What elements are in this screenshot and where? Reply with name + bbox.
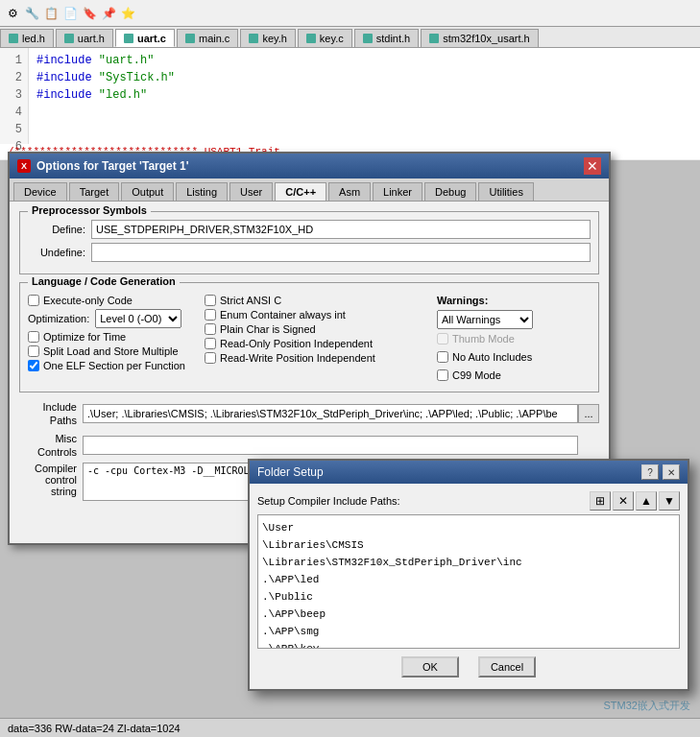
opt-time-label: Optimize for Time <box>43 331 126 343</box>
pin-icon[interactable]: 📌 <box>100 5 117 22</box>
tab-key-h[interactable]: key.h <box>240 29 295 47</box>
tab-key-c[interactable]: key.c <box>298 29 352 47</box>
execute-only-check[interactable] <box>28 295 39 306</box>
misc-input[interactable] <box>83 436 578 455</box>
folder-list[interactable]: \User \Libraries\CMSIS \Libraries\STM32F… <box>257 514 680 649</box>
no-auto-row: No Auto Includes <box>437 351 591 363</box>
settings-icon[interactable]: ⚙ <box>4 5 21 22</box>
folder-item-beep[interactable]: .\APP\beep <box>262 606 675 623</box>
folder-item-user[interactable]: \User <box>262 519 675 536</box>
code-content[interactable]: #include "uart.h" #include "SysTick.h" #… <box>29 48 700 144</box>
warnings-select[interactable]: All Warnings No Warnings Unspecified <box>437 310 533 329</box>
tab-target[interactable]: Target <box>69 182 120 201</box>
code-line-6 <box>36 138 692 144</box>
options-titlebar: X Options for Target 'Target 1' ✕ <box>10 154 609 178</box>
one-elf-row: One ELF Section per Function <box>28 360 201 371</box>
strict-ansi-check[interactable] <box>205 295 216 306</box>
folder-down-icon[interactable]: ▼ <box>659 491 680 511</box>
opt-time-check[interactable] <box>28 331 39 343</box>
tab-stdint-h[interactable]: stdint.h <box>354 29 419 47</box>
plain-char-check[interactable] <box>205 323 216 335</box>
warnings-col: Warnings: All Warnings No Warnings Unspe… <box>437 295 591 384</box>
toolbar: ⚙ 🔧 📋 📄 🔖 📌 ⭐ <box>0 0 700 27</box>
folder-ok-button[interactable]: OK <box>401 656 459 678</box>
include-paths-row: IncludePaths ... <box>19 400 599 428</box>
read-write-label: Read-Write Position Independent <box>220 352 375 364</box>
file-tabs: led.h uart.h uart.c main.c key.h key.c s… <box>0 27 700 48</box>
plain-char-row: Plain Char is Signed <box>205 323 433 335</box>
keil-logo: X <box>17 159 31 173</box>
c99-row: C99 Mode <box>437 369 591 381</box>
enum-label: Enum Container always int <box>220 309 346 321</box>
thumb-mode-check[interactable] <box>437 333 448 345</box>
tool-icon[interactable]: 🔧 <box>23 5 40 22</box>
tab-uart-h[interactable]: uart.h <box>56 29 113 47</box>
warnings-title: Warnings: <box>437 295 591 306</box>
folder-toolbar: Setup Compiler Include Paths: ⊞ ✕ ▲ ▼ <box>257 491 680 511</box>
tab-device[interactable]: Device <box>13 182 67 201</box>
misc-label: MiscControls <box>19 432 77 460</box>
tab-linker[interactable]: Linker <box>373 182 422 201</box>
enum-check[interactable] <box>205 309 216 321</box>
folder-delete-icon[interactable]: ✕ <box>613 491 634 511</box>
code-editor[interactable]: 1 2 3 4 5 6 7 8 #include "uart.h" #inclu… <box>0 48 700 144</box>
folder-grid-icon[interactable]: ⊞ <box>590 491 611 511</box>
read-write-check[interactable] <box>205 352 216 364</box>
no-auto-check[interactable] <box>437 351 448 363</box>
tab-stm32-h[interactable]: stm32f10x_usart.h <box>421 29 539 47</box>
read-only-check[interactable] <box>205 338 216 349</box>
status-bar: data=336 RW-data=24 ZI-data=1024 <box>0 718 700 737</box>
folder-item-public[interactable]: .\Public <box>262 588 675 606</box>
execute-only-row: Execute-only Code <box>28 295 201 306</box>
folder-titlebar: Folder Setup ? ✕ <box>250 461 688 484</box>
folder-item-key[interactable]: .\APP\key <box>262 640 675 649</box>
col1: Execute-only Code Optimization: Level 0 … <box>28 295 201 384</box>
code-line-3: #include "led.h" <box>36 86 692 104</box>
toolbar-icons: ⚙ 🔧 📋 📄 🔖 📌 ⭐ <box>4 5 136 22</box>
opt-time-row: Optimize for Time <box>28 331 201 343</box>
enum-container-row: Enum Container always int <box>205 309 433 321</box>
folder-action-icons: ⊞ ✕ ▲ ▼ <box>590 491 680 511</box>
define-label: Define: <box>28 224 85 235</box>
tab-user[interactable]: User <box>229 182 273 201</box>
bookmark-icon[interactable]: 🔖 <box>81 5 98 22</box>
browse-button[interactable]: ... <box>578 404 599 423</box>
tab-asm[interactable]: Asm <box>328 182 371 201</box>
copy-icon[interactable]: 📋 <box>42 5 60 22</box>
language-label: Language / Code Generation <box>28 275 180 287</box>
status-text: data=336 RW-data=24 ZI-data=1024 <box>8 723 181 734</box>
define-input[interactable] <box>91 220 591 239</box>
line-numbers: 1 2 3 4 5 6 7 8 <box>0 48 29 144</box>
doc-icon[interactable]: 📄 <box>61 5 79 22</box>
tab-debug[interactable]: Debug <box>424 182 476 201</box>
split-load-check[interactable] <box>28 345 39 357</box>
plain-char-label: Plain Char is Signed <box>220 323 316 335</box>
tab-listing[interactable]: Listing <box>176 182 228 201</box>
include-paths-input[interactable] <box>83 404 578 423</box>
tab-uart-c[interactable]: uart.c <box>115 29 175 47</box>
dialog-tabs: Device Target Output Listing User C/C++ … <box>10 178 609 202</box>
tab-led-h[interactable]: led.h <box>0 29 54 47</box>
tab-main-c[interactable]: main.c <box>177 29 238 47</box>
c99-label: C99 Mode <box>452 369 501 381</box>
folder-item-cmsis[interactable]: \Libraries\CMSIS <box>262 536 675 554</box>
folder-up-icon[interactable]: ▲ <box>636 491 657 511</box>
tab-utilities[interactable]: Utilities <box>478 182 533 201</box>
folder-item-smg[interactable]: .\APP\smg <box>262 623 675 640</box>
folder-close-button[interactable]: ✕ <box>663 464 680 480</box>
folder-item-stdperiph[interactable]: \Libraries\STM32F10x_StdPeriph_Driver\in… <box>262 554 675 571</box>
tab-output[interactable]: Output <box>121 182 174 201</box>
options-close-button[interactable]: ✕ <box>584 157 601 175</box>
read-only-row: Read-Only Position Independent <box>205 338 433 349</box>
folder-item-led[interactable]: .\APP\led <box>262 571 675 588</box>
folder-question-button[interactable]: ? <box>641 464 659 480</box>
undefine-input[interactable] <box>91 243 591 262</box>
tab-cpp[interactable]: C/C++ <box>275 182 326 201</box>
optimization-select[interactable]: Level 0 (-O0) Level 1 (-O1) Level 2 (-O2… <box>95 309 181 328</box>
compiler-label: Compilercontrolstring <box>19 463 77 497</box>
strict-ansi-label: Strict ANSI C <box>220 295 281 306</box>
folder-cancel-button[interactable]: Cancel <box>478 656 536 678</box>
one-elf-check[interactable] <box>28 360 39 371</box>
c99-check[interactable] <box>437 369 448 381</box>
star-icon[interactable]: ⭐ <box>119 5 136 22</box>
